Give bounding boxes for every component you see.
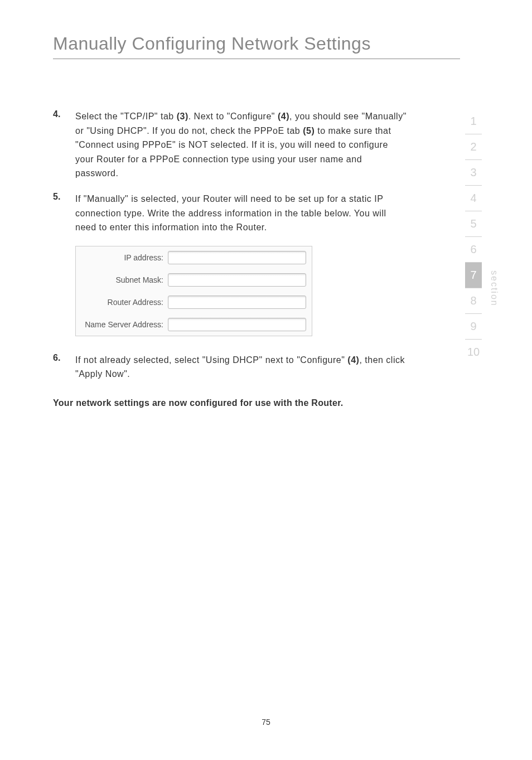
nav-item-1[interactable]: 1 xyxy=(465,109,482,134)
table-row: IP address: xyxy=(76,246,312,269)
list-item-4: 4. Select the "TCP/IP" tab (3). Next to … xyxy=(53,109,407,181)
list-text: Select the "TCP/IP" tab (3). Next to "Co… xyxy=(75,109,407,181)
list-item-6: 6. If not already selected, select "Usin… xyxy=(53,353,407,381)
table-row: Name Server Address: xyxy=(76,313,312,336)
list-item-5: 5. If "Manually" is selected, your Route… xyxy=(53,192,407,235)
name-server-address-label: Name Server Address: xyxy=(81,320,168,329)
nav-item-7[interactable]: 7 xyxy=(465,263,482,288)
list-number: 5. xyxy=(53,192,75,235)
nav-item-9[interactable]: 9 xyxy=(465,314,482,340)
footer-note: Your network settings are now configured… xyxy=(53,398,407,408)
subnet-mask-label: Subnet Mask: xyxy=(81,275,168,284)
page-title: Manually Configuring Network Settings xyxy=(0,0,532,54)
name-server-address-input[interactable] xyxy=(168,318,306,331)
router-address-input[interactable] xyxy=(168,296,306,309)
table-row: Subnet Mask: xyxy=(76,269,312,291)
nav-item-4[interactable]: 4 xyxy=(465,186,482,211)
router-address-label: Router Address: xyxy=(81,298,168,307)
ip-address-input[interactable] xyxy=(168,251,306,264)
list-number: 4. xyxy=(53,109,75,181)
table-row: Router Address: xyxy=(76,291,312,313)
nav-item-5[interactable]: 5 xyxy=(465,211,482,237)
nav-item-6[interactable]: 6 xyxy=(465,237,482,263)
main-content: 4. Select the "TCP/IP" tab (3). Next to … xyxy=(0,59,407,408)
section-label: section xyxy=(489,270,499,307)
nav-item-8[interactable]: 8 xyxy=(465,288,482,314)
nav-numbers: 1 2 3 4 5 6 7 8 9 10 xyxy=(465,109,482,365)
section-sidebar: 1 2 3 4 5 6 7 8 9 10 section xyxy=(465,109,499,365)
list-text: If not already selected, select "Using D… xyxy=(75,353,407,381)
nav-item-2[interactable]: 2 xyxy=(465,134,482,160)
list-number: 6. xyxy=(53,353,75,381)
nav-item-10[interactable]: 10 xyxy=(465,340,482,365)
subnet-mask-input[interactable] xyxy=(168,273,306,287)
ip-address-label: IP address: xyxy=(81,253,168,262)
page-number: 75 xyxy=(262,718,270,727)
list-text: If "Manually" is selected, your Router w… xyxy=(75,192,407,235)
nav-item-3[interactable]: 3 xyxy=(465,160,482,186)
network-settings-table: IP address: Subnet Mask: Router Address:… xyxy=(75,246,312,336)
